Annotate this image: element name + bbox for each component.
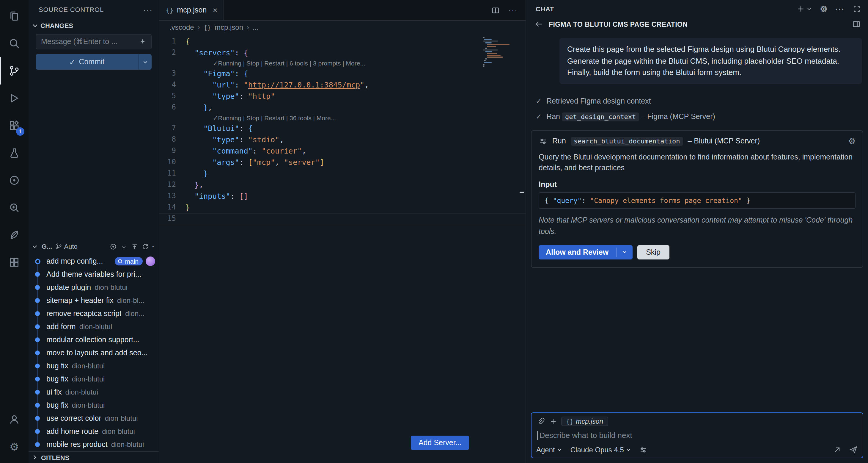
extensions-icon[interactable]: 1	[0, 112, 29, 139]
code-line[interactable]: 8 "type": "stdio",	[159, 134, 526, 145]
new-chat-button[interactable]	[797, 5, 812, 13]
code-line[interactable]: 7 "Blutui": {	[159, 123, 526, 134]
code-line[interactable]: 14}	[159, 202, 526, 213]
add-server-button[interactable]: Add Server...	[411, 436, 469, 450]
code-line[interactable]: 6 },	[159, 102, 526, 113]
commit-row[interactable]: Add theme variables for pri...	[29, 268, 159, 281]
code-line[interactable]: 1{	[159, 36, 526, 47]
code-line[interactable]: 11 }	[159, 168, 526, 179]
graph-dot	[35, 338, 40, 342]
pull-icon[interactable]	[120, 242, 127, 250]
run-debug-icon[interactable]	[0, 85, 29, 112]
commit-row[interactable]: bug fixdion-blutui	[29, 399, 159, 412]
graph-more-icon[interactable]: ·	[152, 242, 155, 251]
code-token: {	[185, 37, 190, 46]
commit-row[interactable]: use correct colordion-blutui	[29, 412, 159, 425]
breadcrumb-folder[interactable]: .vscode	[169, 23, 194, 32]
commit-row[interactable]: move to layouts and add seo...	[29, 346, 159, 359]
close-tab-icon[interactable]: ×	[213, 6, 217, 14]
pull-request-icon[interactable]	[0, 167, 29, 194]
skip-button[interactable]: Skip	[637, 245, 670, 259]
tab-mcp-json[interactable]: {} mcp.json ×	[159, 0, 223, 20]
inspect-icon[interactable]	[0, 194, 29, 221]
branch-badge[interactable]: main	[115, 257, 143, 265]
search-icon[interactable]	[0, 30, 29, 57]
testing-icon[interactable]	[0, 139, 29, 167]
editor-more-icon[interactable]: ···	[508, 6, 518, 15]
maximize-icon[interactable]	[852, 5, 861, 13]
commit-branch-label: dion-blutui	[95, 283, 127, 292]
commit-dropdown-chevron[interactable]	[138, 54, 152, 69]
commit-row[interactable]: modular collection support...	[29, 333, 159, 346]
more-actions-icon[interactable]: ···	[143, 5, 153, 14]
code-line[interactable]: 2 "servers": {	[159, 47, 526, 58]
attach-paperclip-icon[interactable]	[536, 417, 545, 426]
open-chat-in-editor-icon[interactable]	[852, 20, 861, 29]
commit-button[interactable]: ✓ Commit	[36, 54, 152, 69]
mongodb-leaf-icon[interactable]	[0, 221, 29, 249]
code-line[interactable]: 13 "inputs": []	[159, 191, 526, 202]
commit-branch-label: dion...	[125, 310, 145, 318]
allow-dropdown-chevron[interactable]	[616, 245, 632, 259]
code-line[interactable]: 10 "args": ["mcp", "server"]	[159, 156, 526, 168]
code-text: },	[185, 102, 526, 113]
push-icon[interactable]	[130, 242, 138, 250]
commit-row[interactable]: add home routedion-blutui	[29, 425, 159, 438]
code-line[interactable]: 4 "url": "http://127.0.0.1:3845/mcp",	[159, 79, 526, 90]
back-arrow-icon[interactable]	[534, 20, 544, 29]
chat-more-icon[interactable]: ···	[835, 4, 845, 13]
ai-sparkle-icon[interactable]	[138, 37, 147, 46]
code-line[interactable]: 3 "Figma": {	[159, 68, 526, 79]
commit-row[interactable]: update plugindion-blutui	[29, 281, 159, 294]
settings-gear-icon[interactable]: ⚙	[0, 433, 29, 461]
code-token: "	[244, 80, 248, 89]
code-line[interactable]: 12 },	[159, 179, 526, 191]
auto-branch-toggle[interactable]: Auto	[55, 243, 77, 250]
source-control-icon[interactable]	[0, 57, 29, 85]
arrow-up-right-icon[interactable]	[833, 445, 841, 454]
commit-row[interactable]: bug fixdion-blutui	[29, 359, 159, 373]
send-icon[interactable]	[849, 445, 858, 454]
commit-row[interactable]: remove recaptca scriptdion...	[29, 307, 159, 320]
gitlens-section-header[interactable]: GITLENS	[29, 451, 159, 463]
code-lines: 1{2 "servers": {✓Running | Stop | Restar…	[159, 36, 526, 224]
context-file-chip[interactable]: {} mcp.json	[561, 416, 608, 426]
commit-row[interactable]: ui fixdion-blutui	[29, 386, 159, 399]
graph-dot	[35, 429, 40, 434]
model-picker-dropdown[interactable]: Claude Opus 4.5	[570, 445, 632, 454]
branch-icon	[117, 258, 123, 264]
explorer-icon[interactable]	[0, 2, 29, 30]
codelens-actions[interactable]: ✓Running | Stop | Restart | 36 tools | M…	[159, 113, 526, 123]
commit-row[interactable]: mobile res productdion-blutui	[29, 438, 159, 451]
url-link[interactable]: http://127.0.0.1:3845/mcp	[248, 80, 360, 89]
breadcrumb-symbol[interactable]: ...	[253, 23, 259, 32]
breadcrumb-file[interactable]: mcp.json	[215, 23, 243, 32]
graph-section-header[interactable]: G... Auto ·	[29, 239, 159, 254]
code-token	[185, 169, 203, 178]
refresh-icon[interactable]	[141, 242, 149, 250]
code-editor[interactable]: 1{2 "servers": {✓Running | Stop | Restar…	[159, 34, 526, 463]
target-icon[interactable]	[109, 242, 117, 250]
add-context-icon[interactable]	[549, 417, 557, 425]
chat-settings-gear-icon[interactable]: ⚙	[820, 5, 828, 13]
codelens-actions[interactable]: ✓Running | Stop | Restart | 6 tools | 3 …	[159, 58, 526, 68]
commit-row[interactable]: add mcp config...main	[29, 255, 159, 268]
minimap[interactable]	[483, 37, 517, 67]
configure-tools-icon[interactable]	[640, 445, 648, 454]
changes-section-header[interactable]: CHANGES	[29, 19, 159, 32]
code-line[interactable]: 15	[159, 213, 526, 224]
commit-message-input[interactable]	[41, 37, 138, 46]
commit-row[interactable]: add formdion-blutui	[29, 320, 159, 333]
tool-settings-gear-icon[interactable]: ⚙	[848, 137, 856, 145]
commit-row[interactable]: sitemap + header fixdion-bl...	[29, 294, 159, 307]
code-line[interactable]: 5 "type": "http"	[159, 90, 526, 102]
agent-mode-dropdown[interactable]: Agent	[536, 445, 563, 454]
containers-icon[interactable]	[0, 249, 29, 276]
chat-composer[interactable]: {} mcp.json Describe what to build next …	[531, 412, 863, 458]
allow-and-review-button[interactable]: Allow and Review	[539, 245, 632, 259]
commit-row[interactable]: bug fixdion-blutui	[29, 373, 159, 386]
account-icon[interactable]	[0, 406, 29, 433]
code-line[interactable]: 9 "command": "courier",	[159, 145, 526, 156]
chat-input[interactable]: Describe what to build next	[536, 426, 858, 445]
split-editor-icon[interactable]	[491, 6, 500, 15]
